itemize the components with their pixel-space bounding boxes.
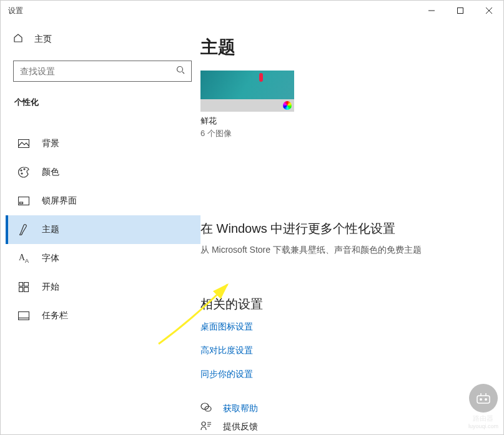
search-icon <box>176 66 185 77</box>
svg-point-7 <box>21 170 22 171</box>
window-title: 设置 <box>8 6 23 16</box>
give-feedback-link[interactable]: 提供反馈 <box>200 421 488 433</box>
lockscreen-icon <box>18 195 29 207</box>
home-label: 主页 <box>34 34 52 45</box>
svg-rect-12 <box>19 283 23 286</box>
sidebar-item-start[interactable]: 开始 <box>6 273 200 301</box>
link-sync-settings[interactable]: 同步你的设置 <box>200 369 488 380</box>
image-icon <box>18 138 29 149</box>
svg-rect-1 <box>458 8 463 14</box>
sidebar-item-fonts[interactable]: AA 字体 <box>6 244 200 273</box>
font-icon: AA <box>18 253 29 264</box>
home-icon <box>13 33 23 46</box>
brush-icon <box>18 224 29 235</box>
sidebar-item-label: 字体 <box>42 253 59 264</box>
sidebar-item-label: 主题 <box>42 224 59 235</box>
sidebar-item-label: 颜色 <box>42 167 59 178</box>
sidebar-item-label: 锁屏界面 <box>42 195 77 207</box>
palette-icon <box>18 167 29 178</box>
search-input[interactable] <box>20 66 176 76</box>
svg-point-22 <box>480 399 482 400</box>
main-content: 主题 鲜花 6 个图像 在 Windows 中进行更多个性化设置 从 Micro… <box>200 21 503 434</box>
link-desktop-icon-settings[interactable]: 桌面图标设置 <box>200 321 488 333</box>
svg-rect-15 <box>24 288 29 292</box>
sidebar-item-lockscreen[interactable]: 锁屏界面 <box>6 187 200 215</box>
sidebar-item-themes[interactable]: 主题 <box>6 215 200 244</box>
close-button[interactable] <box>475 1 503 21</box>
search-input-container[interactable] <box>13 61 192 82</box>
svg-point-8 <box>21 173 22 174</box>
svg-point-4 <box>177 67 183 72</box>
sidebar-nav: 背景 颜色 锁屏界面 主题 AA 字体 开始 <box>6 129 200 330</box>
sidebar-item-label: 开始 <box>42 281 59 293</box>
svg-rect-14 <box>19 288 23 292</box>
minimize-button[interactable] <box>417 1 446 21</box>
more-personalization-desc: 从 Microsoft Store 下载兼具壁纸、声音和颜色的免费主题 <box>200 245 488 256</box>
help-icon <box>200 403 212 414</box>
more-personalization-heading: 在 Windows 中进行更多个性化设置 <box>200 220 488 237</box>
window-controls <box>417 1 503 21</box>
theme-tile[interactable]: 鲜花 6 个图像 <box>200 71 294 139</box>
svg-rect-11 <box>20 202 23 204</box>
watermark-text2: luyouqi.com <box>468 423 498 429</box>
svg-rect-13 <box>24 283 29 286</box>
sidebar-item-taskbar[interactable]: 任务栏 <box>6 301 200 330</box>
related-settings-heading: 相关的设置 <box>200 296 488 313</box>
svg-rect-21 <box>477 396 490 403</box>
theme-color-strip <box>200 99 294 112</box>
titlebar: 设置 <box>1 1 503 21</box>
get-help-label: 获取帮助 <box>223 403 258 414</box>
sidebar-item-label: 任务栏 <box>42 310 68 321</box>
theme-name: 鲜花 <box>200 115 294 127</box>
feedback-icon <box>200 421 212 433</box>
svg-rect-16 <box>19 312 29 320</box>
maximize-button[interactable] <box>446 1 475 21</box>
sidebar-item-label: 背景 <box>42 138 59 149</box>
watermark-text1: 路由器 <box>473 414 493 423</box>
watermark-icon <box>469 384 498 413</box>
start-icon <box>18 281 29 293</box>
sidebar-item-background[interactable]: 背景 <box>6 129 200 158</box>
svg-point-19 <box>205 406 211 411</box>
svg-line-5 <box>182 72 184 74</box>
watermark: 路由器 luyouqi.com <box>468 384 498 429</box>
taskbar-icon <box>18 310 29 321</box>
sidebar-home[interactable]: 主页 <box>6 27 200 52</box>
svg-point-20 <box>202 422 205 426</box>
page-title: 主题 <box>200 36 488 59</box>
svg-rect-6 <box>19 140 29 148</box>
sidebar: 主页 个性化 背景 颜色 锁屏界面 主题 <box>1 21 200 434</box>
link-high-contrast-settings[interactable]: 高对比度设置 <box>200 345 488 356</box>
give-feedback-label: 提供反馈 <box>223 421 258 433</box>
theme-preview-image <box>200 71 294 99</box>
colorwheel-icon <box>283 101 292 110</box>
svg-point-9 <box>24 169 25 170</box>
get-help-link[interactable]: 获取帮助 <box>200 403 488 414</box>
sidebar-item-colors[interactable]: 颜色 <box>6 158 200 187</box>
svg-point-23 <box>485 399 487 400</box>
sidebar-section-label: 个性化 <box>6 92 200 114</box>
theme-subtext: 6 个图像 <box>200 128 294 139</box>
